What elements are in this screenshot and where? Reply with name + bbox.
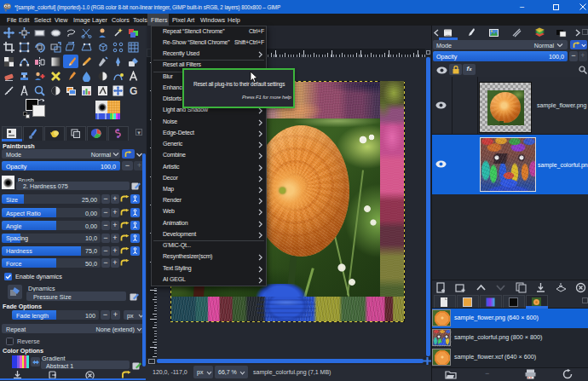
svg-text:G: G (130, 85, 137, 96)
